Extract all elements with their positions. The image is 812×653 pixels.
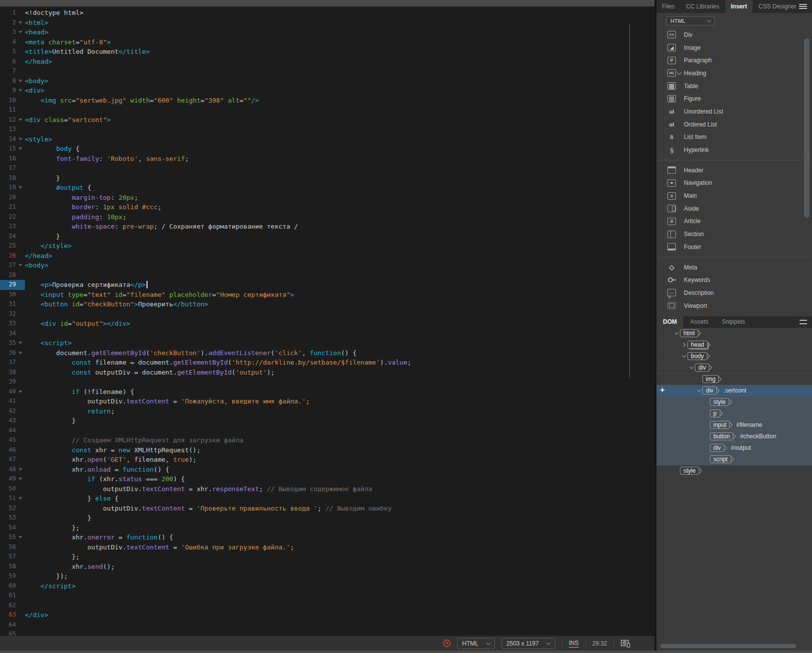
code-line[interactable]: 49 if (xhr.status === 200) { [0, 474, 654, 484]
code-line[interactable]: 14<style> [0, 134, 654, 144]
line-number-gutter[interactable]: 21 [0, 202, 25, 212]
line-number-gutter[interactable]: 11 [0, 105, 25, 115]
insert-item-hyperlink[interactable]: Hyperlink [656, 143, 812, 156]
line-number-gutter[interactable]: 14 [0, 134, 25, 144]
dom-tree-row-html[interactable]: html [656, 328, 812, 339]
dom-tree-row-head[interactable]: head [656, 339, 812, 351]
code-line[interactable]: 62 [0, 601, 654, 611]
code-line[interactable]: 19 #output { [0, 183, 654, 193]
insert-item-main[interactable]: Main [656, 189, 812, 202]
line-number-gutter[interactable]: 55 [0, 532, 25, 542]
insert-item-navigation[interactable]: Navigation [656, 177, 812, 190]
line-number-gutter[interactable]: 64 [0, 620, 25, 630]
line-number-gutter[interactable]: 37 [0, 358, 25, 368]
fold-column[interactable] [16, 342, 25, 344]
code-fold-arrow-icon[interactable] [18, 497, 22, 500]
line-number-gutter[interactable]: 40 [0, 387, 25, 397]
line-number-gutter[interactable]: 46 [0, 445, 25, 455]
panel-tab-insert[interactable]: Insert [725, 0, 753, 13]
code-line[interactable]: 50 outputDiv.textContent = xhr.responseT… [0, 484, 654, 494]
code-fold-arrow-icon[interactable] [18, 147, 22, 150]
code-line[interactable]: 21 border: 1px solid #ccc; [0, 202, 654, 212]
fold-column[interactable] [16, 536, 25, 538]
code-line[interactable]: 17 [0, 163, 654, 173]
code-line[interactable]: 1<!doctype html> [0, 8, 654, 18]
syntax-error-icon[interactable]: ✕ [443, 640, 451, 647]
chevron-down-icon[interactable] [674, 331, 678, 335]
code-line[interactable]: 64 [0, 620, 654, 630]
dom-panel-tab-assets[interactable]: Assets [684, 316, 715, 328]
code-line[interactable]: 4<meta charset="utf-8"> [0, 37, 654, 47]
panel-tab-files[interactable]: Files [656, 0, 680, 13]
line-number-gutter[interactable]: 53 [0, 513, 25, 523]
code-line[interactable]: 36 document.getElementById('checkButton'… [0, 348, 654, 358]
chevron-down-icon[interactable] [697, 388, 701, 392]
code-line[interactable]: 32 [0, 309, 654, 319]
code-line[interactable]: 51 } else { [0, 494, 654, 504]
line-number-gutter[interactable]: 33 [0, 319, 25, 329]
line-number-gutter[interactable]: 60 [0, 581, 25, 591]
code-line[interactable]: 10 <img src="sertweb.jpg" width="600" he… [0, 96, 654, 106]
line-number-gutter[interactable]: 47 [0, 455, 25, 465]
code-line[interactable]: 54 }; [0, 523, 654, 533]
dom-tree-row-img[interactable]: img [656, 374, 812, 385]
code-fold-arrow-icon[interactable] [18, 138, 22, 140]
line-number-gutter[interactable]: 22 [0, 212, 25, 222]
line-number-gutter[interactable]: 5 [0, 47, 25, 57]
code-line[interactable]: 63</div> [0, 610, 654, 620]
code-line[interactable]: 42 return; [0, 406, 654, 416]
panel-tab-cc-libraries[interactable]: CC Libraries [680, 0, 725, 13]
line-number-gutter[interactable]: 34 [0, 329, 25, 339]
code-fold-arrow-icon[interactable] [18, 468, 22, 471]
insert-item-list-item[interactable]: List Item [656, 131, 812, 144]
code-line[interactable]: 41 outputDiv.textContent = 'Пожалуйста, … [0, 396, 654, 406]
line-number-gutter[interactable]: 32 [0, 309, 25, 319]
code-line[interactable]: 39 [0, 377, 654, 387]
dom-panel-tab-dom[interactable]: DOM [656, 316, 684, 328]
code-line[interactable]: 9<div> [0, 86, 654, 96]
insert-item-figure[interactable]: Figure [656, 92, 812, 105]
code-fold-arrow-icon[interactable] [18, 264, 22, 266]
fold-column[interactable] [16, 497, 25, 500]
add-element-icon[interactable]: + [660, 386, 664, 394]
line-number-gutter[interactable]: 6 [0, 57, 25, 67]
insert-item-article[interactable]: Article [656, 215, 812, 228]
line-number-gutter[interactable]: 15 [0, 144, 25, 154]
line-number-gutter[interactable]: 38 [0, 368, 25, 378]
line-number-gutter[interactable]: 36 [0, 348, 25, 358]
dom-tree-row-style[interactable]: style [656, 396, 812, 408]
insert-item-viewport[interactable]: Viewport [656, 299, 812, 312]
fold-column[interactable] [16, 31, 25, 33]
syntax-mode-select[interactable]: HTML [457, 638, 495, 649]
fold-column[interactable] [16, 352, 25, 354]
line-number-gutter[interactable]: 63 [0, 610, 25, 620]
insert-category-dropdown[interactable]: HTML [666, 16, 715, 25]
code-line[interactable]: 58 xhr.send(); [0, 562, 654, 572]
dom-tree-row-input-filename[interactable]: input#filename [656, 419, 812, 431]
code-fold-arrow-icon[interactable] [18, 31, 22, 33]
chevron-down-icon[interactable] [677, 70, 682, 75]
code-line[interactable]: 29 <p>Проверка сертификата</p> [0, 280, 654, 290]
code-line[interactable]: 45 // Создаем XMLHttpRequest для загрузк… [0, 435, 654, 445]
code-fold-arrow-icon[interactable] [18, 478, 22, 480]
insert-item-unordered-list[interactable]: Unordered List [656, 105, 812, 118]
code-line[interactable]: 25 </style> [0, 241, 654, 251]
code-line[interactable]: 2<html> [0, 18, 654, 28]
code-line[interactable]: 24 } [0, 232, 654, 242]
fold-column[interactable] [16, 391, 25, 393]
line-number-gutter[interactable]: 56 [0, 542, 25, 552]
line-number-gutter[interactable]: 26 [0, 251, 25, 261]
line-number-gutter[interactable]: 17 [0, 163, 25, 173]
line-number-gutter[interactable]: 62 [0, 601, 25, 611]
code-line[interactable]: 37 const filename = document.getElementB… [0, 358, 654, 368]
code-fold-arrow-icon[interactable] [18, 186, 22, 189]
line-number-gutter[interactable]: 2 [0, 18, 25, 28]
code-line[interactable]: 30 <input type="text" id="filename" plac… [0, 290, 654, 300]
line-number-gutter[interactable]: 51 [0, 494, 25, 504]
line-number-gutter[interactable]: 42 [0, 406, 25, 416]
code-line[interactable]: 15 body { [0, 144, 654, 154]
line-number-gutter[interactable]: 61 [0, 591, 25, 601]
dom-panel-hscrollbar[interactable] [660, 644, 796, 648]
line-number-gutter[interactable]: 9 [0, 86, 25, 96]
line-number-gutter[interactable]: 7 [0, 66, 25, 76]
